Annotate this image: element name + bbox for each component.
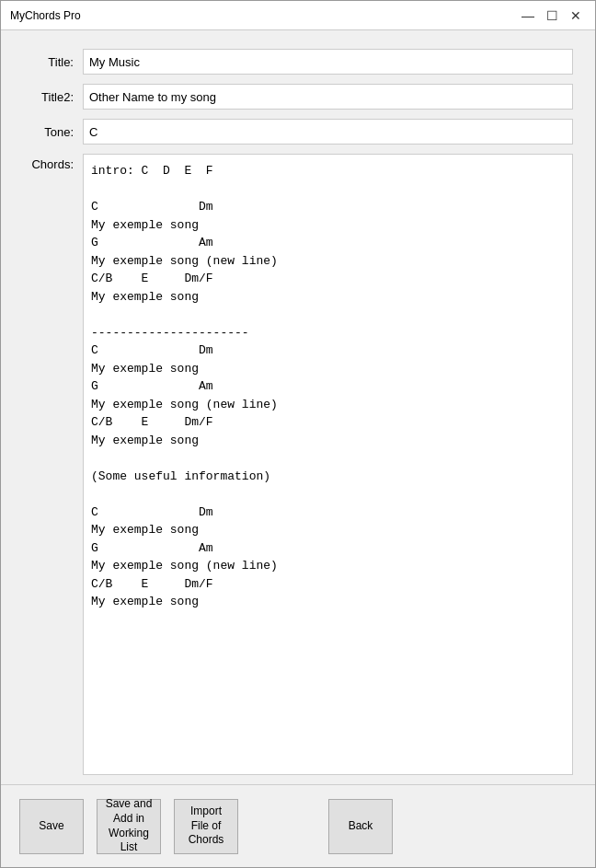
footer: Save Save andAdd inWorkingList ImportFil… (1, 784, 595, 867)
import-button[interactable]: ImportFile ofChords (174, 799, 238, 854)
window-controls: — ☐ ✕ (518, 6, 586, 26)
title-label: Title: (23, 55, 74, 69)
chords-label: Chords: (23, 154, 74, 171)
form-content: Title: Title2: Tone: Chords: (1, 30, 595, 784)
chords-textarea[interactable] (83, 154, 573, 775)
window-title: MyChords Pro (10, 9, 518, 22)
tone-input[interactable] (83, 119, 573, 145)
close-button[interactable]: ✕ (566, 6, 586, 26)
chords-row: Chords: (23, 154, 573, 775)
tone-row: Tone: (23, 119, 573, 145)
tone-label: Tone: (23, 125, 74, 139)
title2-row: Title2: (23, 84, 573, 110)
back-button[interactable]: Back (328, 799, 393, 854)
save-add-button[interactable]: Save andAdd inWorkingList (97, 799, 161, 854)
minimize-button[interactable]: — (518, 6, 538, 26)
title-input[interactable] (83, 49, 573, 75)
main-window: MyChords Pro — ☐ ✕ Title: Title2: Tone: … (0, 0, 596, 868)
title-bar: MyChords Pro — ☐ ✕ (1, 1, 595, 30)
title2-label: Title2: (23, 90, 74, 104)
title-row: Title: (23, 49, 573, 75)
save-button[interactable]: Save (19, 799, 84, 854)
title2-input[interactable] (83, 84, 573, 110)
maximize-button[interactable]: ☐ (542, 6, 562, 26)
